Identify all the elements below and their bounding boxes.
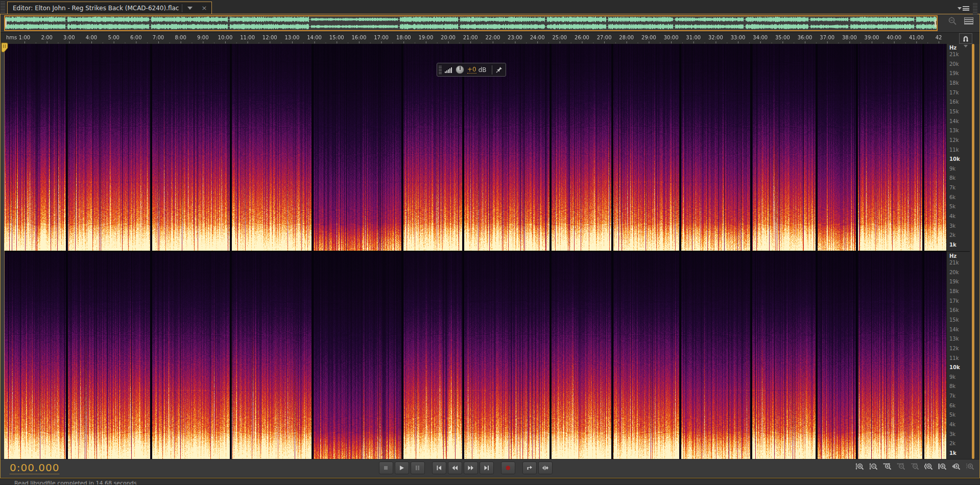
freq-label-8k: 8k [949, 383, 955, 389]
transport-group-gap [517, 462, 521, 474]
tab-separator [182, 4, 182, 12]
freq-label-12k: 12k [949, 137, 959, 143]
loop-playback-button[interactable] [522, 462, 537, 474]
freq-label-8k: 8k [949, 175, 955, 181]
skip-to-end-button[interactable] [480, 462, 494, 474]
freq-label-6k: 6k [949, 195, 955, 200]
tab-dropdown-icon[interactable] [187, 7, 193, 10]
volume-hud[interactable]: +0 dB [437, 63, 506, 77]
zoom-in-at-out-point-button[interactable] [938, 463, 947, 470]
overview-zoom-out-icon[interactable] [948, 16, 957, 26]
pin-icon[interactable] [496, 66, 503, 73]
freq-label-5k: 5k [949, 412, 955, 418]
panel-menu-arrow-icon [958, 7, 962, 10]
skip-selection-button[interactable] [538, 462, 553, 474]
ffwd-icon [467, 465, 474, 471]
zoom-in-time-icon [883, 463, 892, 470]
snap-toggle-button[interactable] [959, 33, 972, 44]
transport-bar: 0:00.000 [1, 459, 979, 477]
freq-label-3k: 3k [949, 431, 955, 437]
overview-menu-icon[interactable] [964, 17, 973, 25]
transport-group-gap [426, 462, 431, 474]
overview-row [1, 14, 979, 32]
freq-label-1k: 1k [949, 450, 957, 456]
scale-dropdown-icon[interactable] [964, 45, 968, 47]
playhead-marker[interactable] [1, 42, 9, 55]
hud-grip-handle[interactable] [439, 65, 442, 74]
freq-label-17k: 17k [949, 90, 959, 95]
pause-button[interactable] [411, 462, 425, 474]
zoom-out-amplitude-button[interactable] [869, 463, 878, 470]
rewind-icon [451, 465, 459, 471]
fast-forward-button[interactable] [464, 462, 478, 474]
zoom-reset-button[interactable] [911, 463, 919, 470]
status-message: Read libsndfile completed in 14.68 secon… [14, 480, 980, 484]
freq-label-13k: 13k [949, 128, 959, 133]
zoom-full-button[interactable] [966, 463, 974, 470]
stop-button[interactable] [379, 462, 393, 474]
left-gutter [1, 44, 4, 459]
channel-divider [947, 251, 970, 252]
freq-label-15k: 15k [949, 109, 959, 114]
panel-menu-lines-icon [963, 6, 969, 11]
play-icon [398, 465, 405, 471]
freq-label-3k: 3k [949, 223, 955, 229]
freq-label-16k: 16k [949, 99, 959, 105]
spectrogram-display[interactable] [4, 44, 946, 459]
freq-label-13k: 13k [949, 336, 959, 342]
editor-panel: +0 dB Hz21k20k19k18k17k16k15k14k13k12k11… [0, 14, 980, 478]
freq-scale-header: Hz [949, 253, 957, 259]
volume-unit: dB [479, 66, 487, 74]
panel-menu-icon[interactable] [958, 6, 969, 11]
zoom-in-at-in-point-button[interactable] [924, 463, 933, 470]
magnet-snap-icon [962, 35, 969, 42]
skipfwd-icon [483, 465, 490, 471]
panel-grip-handle-right[interactable] [973, 3, 977, 14]
waveform-overview[interactable] [4, 15, 938, 31]
freq-label-7k: 7k [949, 393, 955, 399]
freq-label-18k: 18k [949, 288, 959, 294]
vertical-scrollbar-thumb[interactable] [972, 44, 974, 459]
skip-to-start-button[interactable] [432, 462, 446, 474]
volume-value[interactable]: +0 [467, 66, 476, 74]
loop-icon [526, 465, 533, 471]
panel-grip-handle[interactable] [1, 2, 5, 13]
volume-bars-icon [444, 66, 452, 74]
freq-label-14k: 14k [949, 118, 959, 124]
record-button[interactable] [501, 462, 515, 474]
freq-label-16k: 16k [949, 307, 959, 313]
editor-tab-title: Editor: Elton John - Reg Strikes Back (M… [13, 5, 179, 12]
zoom-in-at-in-point-icon [924, 463, 933, 470]
editor-tab-bar: Editor: Elton John - Reg Strikes Back (M… [0, 0, 980, 14]
status-bar: Read libsndfile completed in 14.68 secon… [0, 478, 980, 484]
freq-label-15k: 15k [949, 317, 959, 323]
freq-label-17k: 17k [949, 298, 959, 304]
zoom-out-amplitude-icon [869, 463, 878, 470]
record-icon [505, 465, 512, 471]
zoom-in-amplitude-button[interactable] [855, 463, 864, 470]
freq-label-12k: 12k [949, 346, 959, 351]
zoom-to-selection-button[interactable] [952, 463, 961, 470]
freq-label-10k: 10k [949, 156, 960, 162]
freq-label-7k: 7k [949, 185, 955, 190]
zoom-in-at-out-point-icon [938, 463, 947, 470]
tab-close-icon[interactable]: × [200, 4, 208, 12]
volume-knob[interactable] [456, 65, 464, 74]
freq-label-19k: 19k [949, 279, 959, 284]
pause-icon [414, 465, 421, 471]
freq-label-6k: 6k [949, 403, 955, 408]
freq-label-9k: 9k [949, 374, 955, 380]
frequency-scale[interactable]: Hz21k20k19k18k17k16k15k14k13k12k11k10k9k… [946, 44, 970, 459]
zoom-reset-icon [911, 463, 919, 470]
zoom-out-time-button[interactable] [897, 463, 905, 470]
skipsel-icon [542, 465, 549, 471]
playhead-line[interactable] [4, 44, 5, 459]
play-button[interactable] [395, 462, 409, 474]
zoom-in-time-button[interactable] [883, 463, 892, 470]
skipback-icon [436, 465, 443, 471]
time-display[interactable]: 0:00.000 [10, 462, 59, 474]
timeline-ruler[interactable] [4, 33, 946, 44]
editor-tab[interactable]: Editor: Elton John - Reg Strikes Back (M… [7, 2, 212, 14]
vertical-scrollbar[interactable] [970, 44, 979, 459]
rewind-button[interactable] [448, 462, 462, 474]
